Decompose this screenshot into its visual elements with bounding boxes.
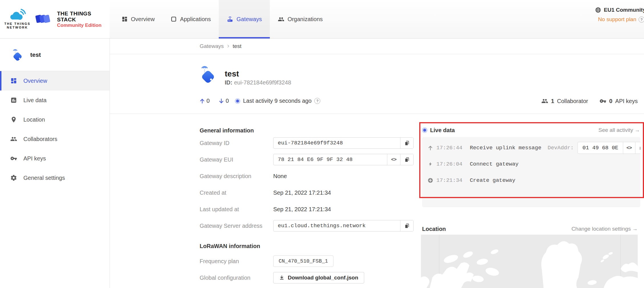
collaborators-label: Collaborator [557,98,588,104]
devaddr-label: DevAddr: [548,145,574,151]
change-location-settings-link[interactable]: Change location settings → [572,226,638,232]
sidebar-item-location[interactable]: Location [0,110,110,129]
tab-overview[interactable]: Overview [114,0,163,38]
event-name: Create gateway [470,177,515,184]
event-name: Receive uplink message [470,145,541,151]
field-label: Created at [200,190,273,196]
lightning-icon [427,161,434,167]
help-question-icon[interactable]: ? [639,17,644,23]
last-updated-value: Sep 21, 2022 17:21:34 [273,206,331,213]
field-last-updated-at: Last updated at Sep 21, 2022 17:21:34 [200,201,415,217]
api-keys-count: 0 [609,98,612,104]
field-label: Gateway EUI [200,156,273,163]
api-keys-label: API keys [615,98,638,104]
gateway-id-input[interactable]: eui-782184e69f9f3248 [273,137,414,149]
gateway-entity-icon [11,47,24,62]
general-information-column: General information Gateway ID eui-78218… [200,114,415,286]
gateway-description-value: None [273,173,287,180]
collaborators-counter[interactable]: 1 Collaborator [541,98,588,104]
devaddr-chip: 01 49 68 0E <> [578,142,640,154]
code-format-button[interactable]: <> [623,142,635,154]
page-title: test [225,69,239,78]
breadcrumb-gateways-link[interactable]: Gateways [200,43,224,49]
map-pin-icon [10,116,17,123]
field-global-configuration: Global configuration Download global_con… [200,269,415,286]
event-row-create[interactable]: 17:21:34 Create gateway [422,172,640,188]
event-row-connect[interactable]: 17:26:04 Connect gateway [422,156,640,172]
application-box-icon [171,16,177,22]
copy-button[interactable] [635,142,640,154]
sidebar-item-live-data[interactable]: Live data [0,90,110,110]
sidebar-item-general-settings[interactable]: General settings [0,168,110,188]
field-gateway-id: Gateway ID eui-782184e69f9f3248 [200,135,415,151]
overview-content: General information Gateway ID eui-78218… [110,114,644,288]
gateway-id-value: eui-782184e69f9f3248 [234,79,291,86]
people-icon [541,98,548,104]
event-row-uplink[interactable]: 17:26:44 Receive uplink message DevAddr:… [422,140,640,156]
gear-icon [10,174,17,181]
field-gateway-eui: Gateway EUI 78 21 84 E6 9F 9F 32 48 <> [200,151,415,168]
live-data-events-panel[interactable]: 17:26:44 Receive uplink message DevAddr:… [422,137,640,207]
field-gateway-server-address: Gateway Server address eu1.cloud.thethin… [200,217,415,234]
sidebar-item-label: Overview [23,78,47,84]
sidebar-item-collaborators[interactable]: Collaborators [0,129,110,149]
field-label: Frequency plan [200,258,273,265]
chevron-right-icon: › [227,43,229,49]
devaddr-value: 01 49 68 0E [578,142,623,154]
field-label: Gateway description [200,173,273,180]
downlink-count: 0 [226,98,229,104]
sidebar-item-overview[interactable]: Overview [0,71,110,90]
ttn-network-wordmark: THE THINGS NETWORK [4,22,31,29]
gateway-icon [199,63,217,85]
ttn-cloud-icon [9,9,26,21]
tab-applications-label: Applications [180,16,211,23]
download-icon [279,275,284,280]
copy-button[interactable] [400,220,413,231]
copy-button[interactable] [400,154,413,165]
gateway-server-address-value: eu1.cloud.thethings.network [274,223,400,229]
code-icon: <> [391,157,396,162]
sidebar-item-label: Collaborators [23,136,57,142]
gateway-eui-input-value: 78 21 84 E6 9F 9F 32 48 [274,156,387,163]
lorawan-information-title: LoRaWAN information [200,242,415,250]
support-plan[interactable]: No support plan ? [595,16,644,23]
see-all-activity-link[interactable]: See all activity → [598,127,640,133]
tab-gateways[interactable]: Gateways [219,0,270,38]
code-format-button[interactable]: <> [387,154,400,165]
created-at-value: Sep 21, 2022 17:21:34 [273,190,331,196]
sidebar-item-label: Location [23,116,45,123]
download-global-conf-button[interactable]: Download global_conf.json [273,272,364,283]
download-button-label: Download global_conf.json [288,275,358,281]
field-frequency-plan: Frequency plan CN_470_510_FSB_1 [200,253,415,269]
ttn-network-logo[interactable]: THE THINGS NETWORK [0,0,35,38]
live-data-header: Live data See all activity → [422,126,640,134]
sidebar-item-label: API keys [23,155,46,162]
tab-organizations[interactable]: Organizations [270,0,331,38]
help-question-icon[interactable]: ? [314,98,320,104]
tab-applications[interactable]: Applications [163,0,219,38]
world-map[interactable] [421,235,638,288]
copy-button[interactable] [400,138,413,148]
cluster-selector[interactable]: EU1 Community [595,7,644,13]
gateway-stats-row: 0 0 Last activity 9 seconds ago ? [199,98,320,104]
event-name: Connect gateway [470,161,519,167]
location-title: Location [422,226,446,232]
key-icon [10,155,17,162]
field-label: Last updated at [200,206,273,213]
sidebar-item-api-keys[interactable]: API keys [0,149,110,168]
live-status-dot [423,129,426,132]
overview-grid-icon [121,16,128,22]
gateway-server-address-input[interactable]: eu1.cloud.thethings.network [273,220,414,231]
gateway-eui-input[interactable]: 78 21 84 E6 9F 9F 32 48 <> [273,154,414,165]
stack-logo[interactable]: THE THINGS STACK Community Edition [35,0,110,38]
cluster-label: EU1 Community [604,7,644,13]
tab-overview-label: Overview [131,16,155,23]
sidebar-gateway-entity[interactable]: test [0,39,110,71]
bar-chart-icon [10,97,17,104]
field-label: Gateway ID [200,140,273,146]
uplink-count: 0 [206,98,210,104]
event-time: 17:21:34 [436,177,462,184]
location-header: Location Change location settings → [422,225,638,233]
people-icon [10,136,17,142]
api-keys-counter[interactable]: 0 API keys [600,98,638,104]
